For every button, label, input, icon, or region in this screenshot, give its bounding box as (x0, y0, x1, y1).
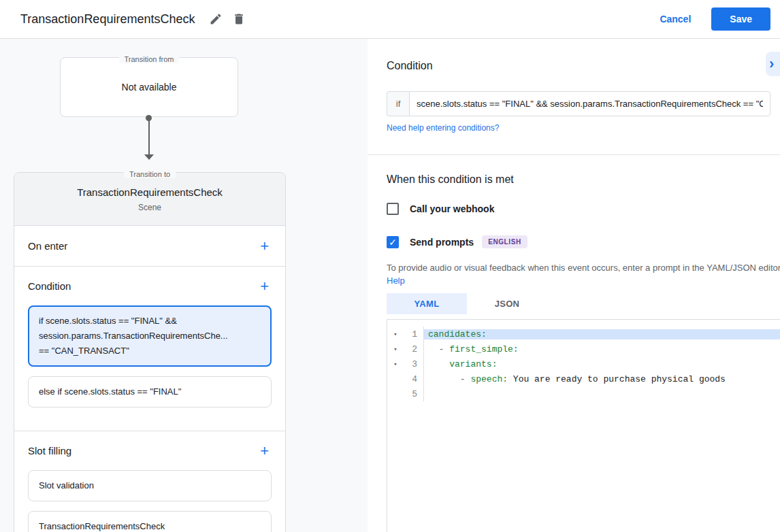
transition-arrow-line (148, 118, 150, 156)
cancel-button[interactable]: Cancel (651, 8, 699, 30)
gutter-separator (419, 327, 424, 342)
scene-card-header[interactable]: TransactionRequirementsCheck Scene (14, 173, 285, 226)
prompts-help-link[interactable]: Help (387, 276, 405, 286)
delete-scene-button[interactable] (227, 7, 250, 31)
on-enter-label: On enter (28, 240, 67, 252)
transition-from-label: Transition from (61, 52, 238, 65)
transition-to-label: Transition to (14, 167, 286, 180)
gutter-separator (419, 371, 424, 386)
gutter-separator (419, 386, 424, 401)
prompts-help-text: To provide audio or visual feedback when… (387, 261, 780, 287)
section-divider (368, 154, 780, 155)
prompts-help-body: To provide audio or visual feedback when… (387, 263, 780, 273)
collapse-panel-button[interactable]: › (766, 52, 780, 76)
collapse-arrow-icon[interactable]: ▾ (387, 331, 404, 338)
tab-json[interactable]: JSON (467, 293, 547, 314)
editor-line: ▾ 3 variants: (387, 356, 780, 371)
condition-chip-line: == "CAN_TRANSACT" (39, 344, 261, 359)
slot-filling-section: Slot filling + Slot validation Transacti… (14, 431, 285, 532)
condition-chip-line: else if scene.slots.status == "FINAL" (39, 384, 261, 399)
scene-graph-panel: Transition from Not available Transition… (0, 39, 368, 532)
condition-chip-line: if scene.slots.status == "FINAL" && (39, 314, 261, 329)
send-prompts-label: Send prompts (410, 237, 474, 248)
send-prompts-checkbox[interactable]: ✓ (387, 236, 399, 248)
slot-chip-label: Slot validation (39, 478, 261, 493)
code-line[interactable]: - speech: You are ready to purchase phys… (424, 374, 780, 384)
add-slot-filling-button[interactable]: + (257, 442, 272, 460)
transition-arrow-head-icon (144, 154, 154, 160)
when-condition-met-heading: When this condition is met (387, 173, 514, 186)
line-number: 1 (404, 329, 419, 339)
gutter-separator (419, 342, 424, 356)
on-enter-row: On enter + (14, 226, 285, 267)
edit-title-button[interactable] (204, 7, 227, 31)
if-prefix-label: if (387, 91, 409, 116)
scene-card-title: TransactionRequirementsCheck (14, 186, 285, 198)
pencil-icon (209, 12, 223, 26)
collapse-arrow-icon[interactable]: ▾ (387, 346, 404, 353)
condition-chip-else[interactable]: else if scene.slots.status == "FINAL" (28, 376, 272, 408)
slot-chip-label: TransactionRequirementsCheck (39, 519, 261, 532)
transition-from-value: Not available (122, 82, 177, 93)
add-condition-button[interactable]: + (257, 278, 272, 295)
editor-line: 4 - speech: You are ready to purchase ph… (387, 371, 780, 386)
checkmark-icon: ✓ (389, 237, 397, 248)
editor-line: ▾ 1 candidates: (387, 327, 780, 342)
gutter-separator (419, 356, 424, 371)
code-line[interactable]: candidates: (424, 329, 780, 339)
condition-detail-panel: Condition › if Need help entering condit… (368, 39, 780, 532)
scene-card-subtitle: Scene (14, 203, 285, 212)
condition-chip-selected[interactable]: if scene.slots.status == "FINAL" && sess… (28, 305, 272, 367)
condition-heading: Condition (387, 60, 433, 72)
add-on-enter-button[interactable]: + (257, 237, 272, 255)
line-number: 3 (404, 359, 419, 369)
chevron-right-icon: › (769, 56, 774, 71)
trash-icon (232, 12, 246, 26)
collapse-arrow-icon[interactable]: ▾ (387, 361, 404, 368)
editor-line: ▾ 2 - first_simple: (387, 342, 780, 356)
line-number: 2 (404, 344, 419, 354)
page-title: TransactionRequirementsCheck (20, 12, 195, 27)
slot-validation-chip[interactable]: Slot validation (28, 470, 272, 501)
slot-filling-section-label: Slot filling (28, 445, 71, 456)
condition-expression-row: if (387, 91, 770, 116)
transaction-requirements-chip[interactable]: TransactionRequirementsCheck (28, 511, 272, 532)
line-number: 4 (404, 374, 419, 384)
send-prompts-row: ✓ Send prompts ENGLISH (387, 235, 527, 248)
condition-section-label: Condition (28, 280, 71, 292)
editor-format-tabs: YAML JSON (387, 293, 547, 314)
condition-expression-input[interactable] (409, 91, 770, 116)
tab-yaml[interactable]: YAML (387, 293, 467, 314)
call-webhook-label: Call your webhook (410, 203, 494, 214)
conditions-help-link[interactable]: Need help entering conditions? (387, 123, 499, 133)
webhook-row: Call your webhook (387, 203, 494, 215)
line-number: 5 (404, 389, 419, 399)
call-webhook-checkbox[interactable] (387, 203, 399, 215)
editor-line: 5 (387, 386, 780, 401)
language-badge: ENGLISH (482, 235, 527, 248)
scene-card: TransactionRequirementsCheck Scene On en… (14, 172, 286, 532)
condition-chip-line: session.params.TransactionRequirementsCh… (39, 329, 261, 344)
yaml-code-editor[interactable]: ▾ 1 candidates: ▾ 2 - first_simple: ▾ 3 … (387, 319, 780, 532)
transition-from-box: Transition from Not available (60, 57, 238, 117)
save-button[interactable]: Save (711, 7, 770, 31)
code-line[interactable]: - first_simple: (424, 344, 780, 354)
code-line[interactable]: variants: (424, 359, 780, 369)
top-bar: TransactionRequirementsCheck Cancel Save (0, 0, 780, 39)
condition-section: Condition + if scene.slots.status == "FI… (14, 267, 285, 431)
